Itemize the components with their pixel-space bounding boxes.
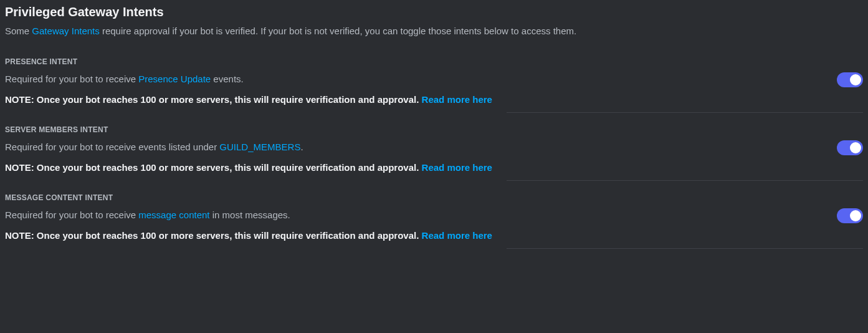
intent-text: Required for your bot to receive Presenc… [5, 72, 492, 106]
intent-right-col [505, 208, 863, 249]
toggle-knob [850, 142, 861, 153]
read-more-link[interactable]: Read more here [422, 230, 492, 241]
section-title: Privileged Gateway Intents [5, 5, 863, 19]
desc-suffix: in most messages. [210, 210, 290, 220]
divider [507, 180, 863, 181]
intent-note: NOTE: Once your bot reaches 100 or more … [5, 93, 492, 106]
desc-prefix: Required for your bot to receive events … [5, 142, 219, 152]
intent-block-server-members: SERVER MEMBERS INTENT Required for your … [5, 125, 863, 181]
toggle-knob [850, 210, 861, 221]
desc-suffix: . [300, 142, 303, 152]
divider [507, 112, 863, 113]
subtitle-suffix: require approval if your bot is verified… [100, 26, 576, 36]
server-members-intent-toggle[interactable] [837, 140, 863, 155]
desc-prefix: Required for your bot to receive [5, 74, 138, 84]
subtitle-prefix: Some [5, 26, 32, 36]
presence-update-link[interactable]: Presence Update [138, 74, 211, 84]
intent-text: Required for your bot to receive message… [5, 208, 492, 242]
intent-row: Required for your bot to receive message… [5, 208, 863, 249]
read-more-link[interactable]: Read more here [422, 162, 492, 173]
guild-members-link[interactable]: GUILD_MEMBERS [219, 142, 300, 152]
intent-desc: Required for your bot to receive Presenc… [5, 72, 492, 85]
presence-intent-toggle[interactable] [837, 72, 863, 87]
intent-label: MESSAGE CONTENT INTENT [5, 193, 863, 202]
read-more-link[interactable]: Read more here [422, 94, 492, 105]
note-text: NOTE: Once your bot reaches 100 or more … [5, 230, 422, 241]
intent-row: Required for your bot to receive events … [5, 140, 863, 181]
intent-text: Required for your bot to receive events … [5, 140, 492, 174]
intent-label: PRESENCE INTENT [5, 57, 863, 66]
message-content-intent-toggle[interactable] [837, 208, 863, 223]
intent-row: Required for your bot to receive Presenc… [5, 72, 863, 113]
section-subtitle: Some Gateway Intents require approval if… [5, 24, 863, 37]
desc-prefix: Required for your bot to receive [5, 210, 138, 220]
divider [507, 248, 863, 249]
intent-note: NOTE: Once your bot reaches 100 or more … [5, 229, 492, 242]
toggle-knob [850, 74, 861, 85]
gateway-intents-link[interactable]: Gateway Intents [32, 26, 99, 36]
message-content-link[interactable]: message content [138, 210, 209, 220]
note-text: NOTE: Once your bot reaches 100 or more … [5, 162, 422, 173]
intent-right-col [505, 72, 863, 113]
intent-block-presence: PRESENCE INTENT Required for your bot to… [5, 57, 863, 113]
intent-right-col [505, 140, 863, 181]
intent-desc: Required for your bot to receive events … [5, 140, 492, 153]
note-text: NOTE: Once your bot reaches 100 or more … [5, 94, 422, 105]
desc-suffix: events. [211, 74, 244, 84]
intent-label: SERVER MEMBERS INTENT [5, 125, 863, 134]
intent-note: NOTE: Once your bot reaches 100 or more … [5, 161, 492, 174]
intent-desc: Required for your bot to receive message… [5, 208, 492, 221]
intent-block-message-content: MESSAGE CONTENT INTENT Required for your… [5, 193, 863, 249]
